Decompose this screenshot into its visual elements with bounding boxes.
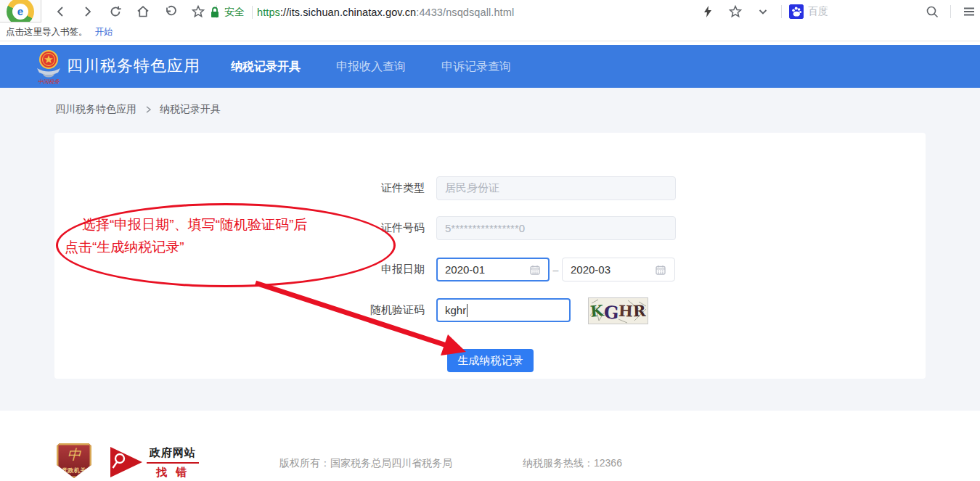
annotation-arrow — [240, 274, 479, 365]
browser-toolbar: e 安全 https://its.sichuan.chinatax.gov.cn… — [0, 0, 980, 24]
hotline-text: 纳税服务热线：12366 — [523, 457, 622, 470]
bookmark-bar: 点击这里导入书签。 开始 — [0, 24, 980, 41]
cert-type-label: 证件类型 — [54, 181, 436, 195]
address-bar[interactable]: 安全 https://its.sichuan.chinatax.gov.cn:4… — [208, 0, 514, 24]
lock-icon — [208, 5, 222, 20]
reload-icon[interactable] — [108, 4, 123, 19]
tax-emblem-icon: 中国税务 — [33, 49, 64, 85]
breadcrumb-chevron-icon — [144, 105, 152, 114]
gov-site-error-badge[interactable] — [110, 447, 142, 477]
cert-type-value: 居民身份证 — [445, 181, 499, 195]
forward-icon[interactable] — [81, 4, 95, 19]
annotation-line1: 选择“申报日期”、填写“随机验证码”后 — [82, 215, 307, 234]
captcha-char: R — [633, 303, 646, 319]
url-path: :4433/nsqdsqall.html — [416, 7, 514, 18]
nav-tab-income-query[interactable]: 申报收入查询 — [336, 45, 406, 88]
toolbar-nav-icons — [46, 4, 221, 19]
find-error-label: 找 错 — [145, 466, 200, 480]
date-range-separator: – — [550, 264, 562, 276]
calendar-icon[interactable] — [529, 264, 541, 276]
cert-no-input[interactable]: 5****************0 — [436, 216, 676, 240]
menu-icon[interactable] — [962, 4, 976, 19]
search-icon[interactable] — [925, 4, 939, 19]
bookmark-star-icon[interactable] — [191, 4, 205, 19]
url-scheme: https — [257, 7, 280, 18]
captcha-char: G — [603, 303, 619, 321]
cert-no-value: 5****************0 — [445, 222, 525, 234]
calendar-icon[interactable] — [655, 264, 666, 276]
toolbar-right-cluster: 百度 — [694, 4, 828, 19]
nav-tab-tax-record[interactable]: 纳税记录开具 — [231, 45, 301, 88]
party-government-badge[interactable]: 中 党政机关 — [57, 443, 91, 478]
annotation-line2: 点击“生成纳税记录” — [65, 238, 184, 257]
home-icon[interactable] — [136, 4, 150, 19]
url-text[interactable]: https://its.sichuan.chinatax.gov.cn:4433… — [257, 7, 514, 18]
bookmark-import-hint: 点击这里导入书签。 — [6, 26, 88, 38]
site-title: 四川税务特色应用 — [67, 55, 200, 77]
nav-tab-appeal-query[interactable]: 申诉记录查询 — [441, 45, 511, 88]
url-host: ://its.sichuan.chinatax.gov.cn — [280, 7, 416, 18]
security-label: 安全 — [224, 6, 245, 19]
baidu-label[interactable]: 百度 — [808, 5, 828, 18]
toolbar-divider — [950, 5, 951, 18]
toolbar-divider — [781, 5, 782, 18]
chevron-down-icon[interactable] — [756, 4, 770, 19]
badge-symbol: 中 — [57, 445, 91, 464]
toolbar-far-right — [918, 4, 980, 19]
breadcrumb-current: 纳税记录开具 — [160, 103, 221, 116]
back-icon[interactable] — [53, 4, 68, 19]
site-header: 中国税务 四川税务特色应用 纳税记录开具 申报收入查询 申诉记录查询 — [0, 45, 980, 88]
breadcrumb-root[interactable]: 四川税务特色应用 — [55, 103, 136, 116]
gov-site-label: 政府网站 — [145, 446, 200, 460]
gov-site-error-text[interactable]: 政府网站 找 错 — [145, 446, 200, 480]
badge-party-label: 党政机关 — [57, 466, 91, 474]
lightning-icon[interactable] — [701, 4, 715, 19]
baidu-icon[interactable] — [789, 4, 804, 19]
cert-type-input[interactable]: 居民身份证 — [436, 176, 676, 200]
magnifier-icon — [111, 452, 130, 472]
captcha-char: K — [590, 303, 605, 319]
date-end-value: 2020-03 — [571, 263, 611, 276]
copyright-text: 版权所有：国家税务总局四川省税务局 — [279, 457, 452, 470]
captcha-image[interactable]: KGHR — [588, 297, 648, 324]
breadcrumb: 四川税务特色应用 纳税记录开具 — [55, 103, 221, 116]
toolbar-divider — [252, 6, 253, 19]
captcha-char: H — [618, 303, 634, 319]
date-end-input[interactable]: 2020-03 — [562, 258, 675, 281]
quick-star-icon[interactable] — [728, 4, 743, 19]
bookmark-start-link[interactable]: 开始 — [95, 26, 113, 38]
page-footer: 中 党政机关 政府网站 找 错 版权所有：国家税务总局四川省税务局 纳税服务热线… — [0, 411, 980, 481]
captcha-row: 随机验证码 kghr — [54, 298, 926, 322]
undo-icon[interactable] — [163, 4, 178, 19]
form-card: 证件类型 居民身份证 证件号码 5****************0 申报日期 … — [54, 133, 926, 379]
browser-tab[interactable]: e — [0, 0, 41, 22]
captcha-text: KGHR — [589, 298, 648, 324]
browser-logo-icon: e — [7, 0, 34, 22]
emblem-caption: 中国税务 — [38, 78, 60, 85]
cert-type-row: 证件类型 居民身份证 — [54, 176, 926, 200]
gov-site-divider — [147, 462, 199, 464]
